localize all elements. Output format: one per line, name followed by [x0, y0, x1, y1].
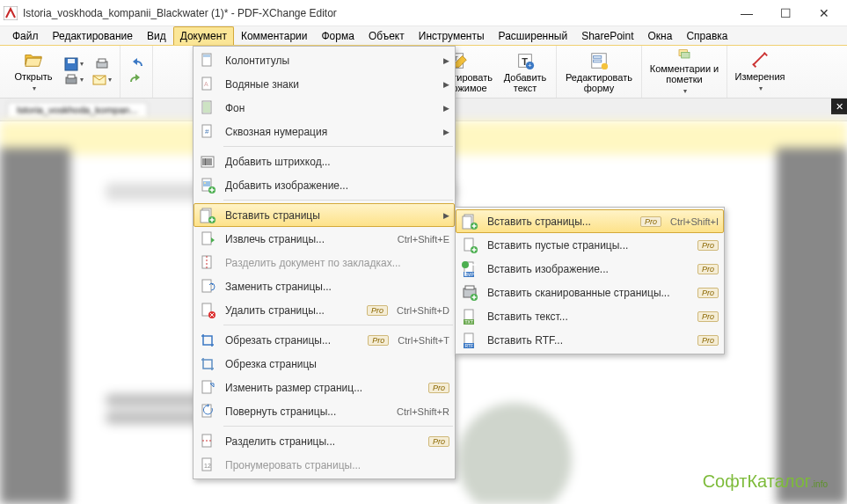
svg-rect-56 [465, 286, 474, 289]
pro-badge: Pro [697, 335, 719, 346]
menu-вид[interactable]: Вид [140, 26, 173, 45]
edit-form-button[interactable]: Редактировать форму [560, 47, 638, 97]
menu-item-rotate[interactable]: Повернуть страницы...Ctrl+Shift+R [193, 399, 455, 423]
submenu-item-ins-pages[interactable]: Вставить страницы...ProCtrl+Shift+I [456, 209, 724, 233]
svg-rect-30 [203, 181, 210, 186]
replace-icon [199, 278, 216, 296]
resize-icon [199, 379, 216, 397]
svg-text:12: 12 [204, 463, 211, 469]
window-controls: — ☐ ✕ [727, 1, 843, 26]
menu-объект[interactable]: Объект [361, 26, 412, 45]
ribbon-small-col2: ▾ [88, 54, 116, 91]
shortcut-label: Ctrl+Shift+E [389, 234, 449, 245]
split2-icon [199, 433, 216, 450]
menu-окна[interactable]: Окна [641, 26, 680, 45]
redo-icon [128, 74, 144, 86]
comments-button[interactable]: Комментарии и пометки▾ [646, 47, 723, 97]
watermark-icon: A [199, 76, 216, 93]
submenu-item-ins-rtf[interactable]: RTFВставить RTF...Pro [456, 328, 724, 352]
svg-text:TXT: TXT [465, 319, 473, 325]
undo-button[interactable] [124, 57, 149, 71]
delete-icon [199, 302, 216, 319]
menu-item-crop2[interactable]: Обрезка страницы [193, 352, 455, 376]
tab-strip-close-button[interactable]: ✕ [831, 99, 847, 114]
open-button[interactable]: Открыть▾ [7, 47, 60, 97]
menu-item-resize[interactable]: Изменить размер страниц...Pro [193, 376, 455, 399]
pro-badge: Pro [697, 288, 719, 298]
dropdown-arrow-icon: ▾ [108, 76, 112, 84]
ribbon-group-file: Открыть▾ ▾ ▾ ▾ [4, 46, 120, 98]
pro-badge: Pro [428, 436, 449, 447]
svg-rect-2 [68, 59, 75, 63]
menu-item-label: Обрезать страницы... [225, 334, 362, 347]
menu-комментарии[interactable]: Комментарии [234, 26, 315, 45]
menu-item-label: Повернуть страницы... [225, 405, 388, 418]
ins-blank-icon [461, 237, 478, 254]
maximize-button[interactable]: ☐ [766, 1, 805, 26]
svg-rect-25 [203, 102, 210, 113]
menu-item-label: Колонтитулы [225, 55, 443, 67]
measure-button[interactable]: Измерения▾ [731, 47, 789, 97]
menu-item-delete[interactable]: Удалить страницы...ProCtrl+Shift+D [193, 298, 455, 322]
menu-инструменты[interactable]: Инструменты [412, 26, 492, 45]
pro-badge: Pro [640, 216, 661, 227]
menu-item-background[interactable]: Фон▶ [193, 96, 455, 120]
menu-item-watermark[interactable]: AВодяные знаки▶ [193, 72, 455, 96]
save-button[interactable]: ▾ [62, 57, 86, 71]
menu-справка[interactable]: Справка [679, 26, 734, 45]
ins-rtf-icon: RTF [461, 332, 478, 349]
menu-item-num2: 12Пронумеровать страницы... [193, 453, 455, 477]
menu-item-label: Обрезка страницы [225, 358, 449, 370]
submenu-item-ins-bmp[interactable]: BMPВставить изображение...Pro [456, 257, 724, 281]
print-button[interactable]: ▾ [62, 73, 86, 87]
menu-item-label: Извлечь страницы... [225, 233, 389, 245]
document-tab[interactable]: Istoria_voskhoda_kompan... [7, 102, 148, 117]
submenu-item-ins-txt[interactable]: TXTВставить текст...Pro [456, 304, 724, 328]
insert-icon [199, 207, 216, 224]
open-label: Открыть [14, 71, 52, 82]
redo-button[interactable] [124, 73, 149, 87]
svg-rect-19 [682, 52, 690, 58]
menu-файл[interactable]: Файл [5, 26, 46, 45]
minimize-button[interactable]: — [727, 1, 766, 26]
pro-badge: Pro [367, 305, 388, 316]
crop-icon [199, 332, 216, 349]
submenu-item-ins-blank[interactable]: Вставить пустые страницы...Pro [456, 233, 724, 257]
menu-sharepoint[interactable]: SharePoint [574, 26, 640, 45]
svg-rect-37 [202, 256, 211, 268]
menu-item-extract[interactable]: Извлечь страницы...Ctrl+Shift+E [193, 227, 455, 251]
menu-item-insert[interactable]: Вставить страницы▶ [193, 203, 455, 227]
measure-label: Измерения [734, 71, 785, 82]
menu-item-label: Разделить документ по закладках... [225, 257, 449, 269]
menu-item-number[interactable]: #Сквозная нумерация▶ [193, 120, 455, 143]
edit-form-label: Редактировать форму [560, 72, 638, 93]
printer-icon [95, 57, 109, 71]
submenu-item-ins-scan[interactable]: Вставить сканированные страницы...Pro [456, 281, 724, 304]
menu-item-label: Вставить страницы [225, 209, 443, 222]
menu-item-split2[interactable]: Разделить страницы...Pro [193, 429, 455, 453]
close-button[interactable]: ✕ [805, 1, 843, 26]
menu-item-barcode[interactable]: Добавить штрихкод... [193, 150, 455, 173]
printer2-button[interactable] [90, 57, 114, 71]
menubar: ФайлРедактированиеВидДокументКомментарии… [0, 26, 847, 46]
submenu-item-label: Вставить текст... [487, 310, 692, 323]
menu-редактирование[interactable]: Редактирование [46, 26, 140, 45]
svg-point-17 [602, 62, 608, 69]
menu-item-crop[interactable]: Обрезать страницы...ProCtrl+Shift+T [193, 328, 455, 352]
svg-rect-16 [594, 60, 602, 62]
ribbon-group-comments: Комментарии и пометки▾ [642, 46, 727, 98]
email-button[interactable]: ▾ [90, 73, 114, 87]
svg-point-54 [462, 261, 469, 268]
menu-расширенный[interactable]: Расширенный [492, 26, 575, 45]
menu-документ[interactable]: Документ [173, 26, 234, 45]
add-text-button[interactable]: T+ Добавить текст [498, 47, 552, 97]
dropdown-arrow-icon: ▾ [80, 60, 84, 68]
menu-item-image[interactable]: Добавить изображение... [193, 173, 455, 197]
menu-форма[interactable]: Форма [314, 26, 361, 45]
menu-item-header[interactable]: Колонтитулы▶ [193, 48, 455, 72]
menu-item-label: Разделить страницы... [225, 435, 423, 448]
mail-icon [92, 73, 106, 87]
svg-rect-6 [99, 59, 106, 62]
add-text-label: Добавить текст [498, 72, 552, 93]
menu-item-replace[interactable]: Заменить страницы... [193, 274, 455, 298]
